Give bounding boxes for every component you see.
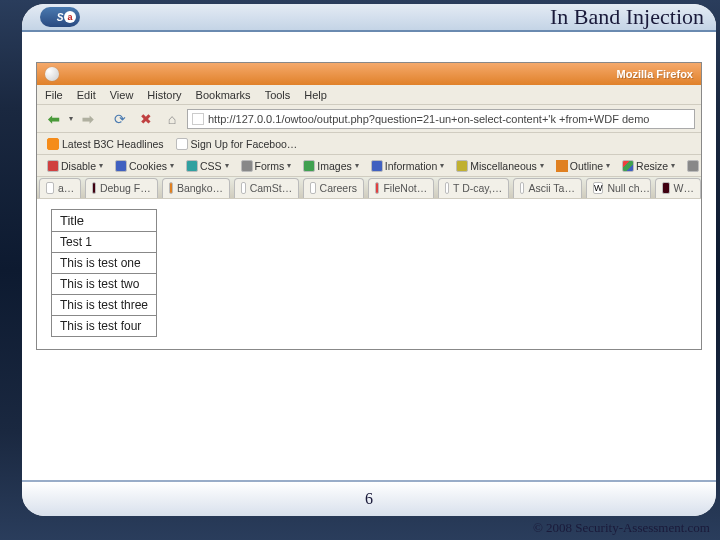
tool-forms[interactable]: Forms▾: [237, 159, 296, 173]
outline-icon: [556, 160, 568, 172]
table-row: This is test three: [52, 295, 157, 316]
bug-icon: [662, 182, 669, 194]
info-icon: [371, 160, 383, 172]
cookies-icon: [115, 160, 127, 172]
menu-edit[interactable]: Edit: [77, 89, 96, 101]
bookmark-facebook[interactable]: Sign Up for Faceboo…: [172, 137, 302, 151]
bug-icon: [92, 182, 96, 194]
browser-title: Mozilla Firefox: [617, 68, 693, 80]
bookmark-bbc[interactable]: Latest B3C Headlines: [43, 137, 168, 151]
browser-titlebar: Mozilla Firefox: [37, 63, 701, 85]
bookmarks-toolbar: Latest B3C Headlines Sign Up for Faceboo…: [37, 133, 701, 155]
results-table: Title Test 1 This is test one This is te…: [51, 209, 157, 337]
resize-icon: [622, 160, 634, 172]
slide-footer: 6: [22, 480, 716, 516]
tool-cookies[interactable]: Cookies▾: [111, 159, 178, 173]
table-row: Test 1: [52, 232, 157, 253]
tab-strip: a… Debug F… Bangko… CamSt… Careers FileN…: [37, 177, 701, 199]
tab-item[interactable]: WNull ch…: [586, 178, 651, 198]
css-icon: [186, 160, 198, 172]
back-dropdown-icon[interactable]: ▾: [69, 114, 73, 123]
tab-item[interactable]: T D-cay,…: [438, 178, 509, 198]
tab-favicon-icon: [445, 182, 449, 194]
reload-button[interactable]: ⟳: [109, 108, 131, 130]
tool-disable[interactable]: Disable▾: [43, 159, 107, 173]
back-button[interactable]: ⬅: [43, 108, 65, 130]
menu-history[interactable]: History: [147, 89, 181, 101]
tab-favicon-icon: [46, 182, 54, 194]
page-number: 6: [365, 490, 373, 508]
tool-outline[interactable]: Outline▾: [552, 159, 614, 173]
flag-icon: [169, 182, 173, 194]
tab-item[interactable]: FileNot…: [368, 178, 434, 198]
menu-view[interactable]: View: [110, 89, 134, 101]
misc-icon: [456, 160, 468, 172]
tab-item[interactable]: Debug F…: [85, 178, 157, 198]
tool-resize[interactable]: Resize▾: [618, 159, 679, 173]
images-icon: [303, 160, 315, 172]
tool-misc[interactable]: Miscellaneous▾: [452, 159, 548, 173]
browser-window: Mozilla Firefox File Edit View History B…: [36, 62, 702, 350]
logo-mark: S: [40, 7, 80, 27]
table-header: Title: [52, 210, 157, 232]
menu-help[interactable]: Help: [304, 89, 327, 101]
copyright: © 2008 Security-Assessment.com: [533, 520, 710, 536]
tab-item[interactable]: Careers: [303, 178, 364, 198]
firefox-icon: [45, 67, 59, 81]
home-button[interactable]: ⌂: [161, 108, 183, 130]
tab-favicon-icon: [520, 182, 524, 194]
logo: S: [40, 7, 80, 27]
page-content: Title Test 1 This is test one This is te…: [37, 199, 701, 349]
hack-icon: [375, 182, 380, 194]
slide-title: In Band Injection: [550, 4, 704, 30]
tools-icon: [687, 160, 699, 172]
webdev-toolbar: Disable▾ Cookies▾ CSS▾ Forms▾ Images▾ In…: [37, 155, 701, 177]
slide-body: Mozilla Firefox File Edit View History B…: [22, 32, 716, 480]
table-row: This is test four: [52, 316, 157, 337]
rss-icon: [47, 138, 59, 150]
tab-item[interactable]: Bangko…: [162, 178, 230, 198]
tab-favicon-icon: [241, 182, 246, 194]
tool-tools[interactable]: Tools▾: [683, 159, 701, 173]
tab-item[interactable]: CamSt…: [234, 178, 299, 198]
table-row: This is test two: [52, 274, 157, 295]
forward-button[interactable]: ➡: [77, 108, 99, 130]
tab-item[interactable]: Ascii Ta…: [513, 178, 582, 198]
slide-header: S In Band Injection: [22, 4, 716, 32]
tool-css[interactable]: CSS▾: [182, 159, 233, 173]
menu-tools[interactable]: Tools: [265, 89, 291, 101]
forms-icon: [241, 160, 253, 172]
tool-images[interactable]: Images▾: [299, 159, 362, 173]
wiki-icon: W: [593, 182, 604, 194]
menu-bookmarks[interactable]: Bookmarks: [196, 89, 251, 101]
table-row: This is test one: [52, 253, 157, 274]
page-icon: [176, 138, 188, 150]
slide-frame: S In Band Injection Mozilla Firefox File…: [22, 4, 716, 516]
tab-favicon-icon: [310, 182, 315, 194]
disable-icon: [47, 160, 59, 172]
page-favicon-icon: [192, 113, 204, 125]
tab-item[interactable]: W…: [655, 178, 701, 198]
navigation-toolbar: ⬅ ▾ ➡ ⟳ ✖ ⌂ http://127.0.0.1/owtoo/outpu…: [37, 105, 701, 133]
tool-info[interactable]: Information▾: [367, 159, 449, 173]
url-bar[interactable]: http://127.0.0.1/owtoo/output.php?questi…: [187, 109, 695, 129]
url-text: http://127.0.0.1/owtoo/output.php?questi…: [208, 113, 649, 125]
menu-file[interactable]: File: [45, 89, 63, 101]
menubar: File Edit View History Bookmarks Tools H…: [37, 85, 701, 105]
stop-button[interactable]: ✖: [135, 108, 157, 130]
tab-item[interactable]: a…: [39, 178, 81, 198]
